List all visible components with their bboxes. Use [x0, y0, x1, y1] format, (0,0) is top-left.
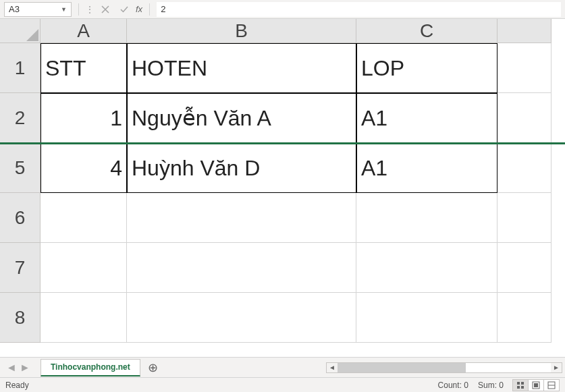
row-header[interactable]: 8 [0, 293, 41, 343]
view-switcher [513, 379, 560, 391]
cell[interactable] [497, 243, 551, 293]
cell[interactable] [497, 193, 551, 243]
cell[interactable]: LOP [356, 43, 497, 93]
divider [78, 3, 79, 16]
status-count: Count: 0 [438, 381, 468, 390]
spreadsheet-grid: ABC 125678 STTHOTENLOP1Nguyễn Văn AA14Hu… [0, 19, 565, 357]
column-header[interactable]: C [356, 19, 497, 43]
cell[interactable] [497, 43, 551, 93]
cells-area[interactable]: STTHOTENLOP1Nguyễn Văn AA14Huỳnh Văn DA1 [41, 43, 551, 343]
row-header[interactable]: 5 [0, 143, 41, 193]
cell[interactable] [356, 193, 497, 243]
column-header[interactable]: A [41, 19, 127, 43]
plus-icon: ⊕ [148, 360, 158, 375]
horizontal-scrollbar[interactable]: ◄ ► [326, 362, 562, 373]
cell[interactable] [127, 293, 356, 343]
scroll-left-button[interactable]: ◄ [327, 363, 338, 372]
fx-label[interactable]: fx [136, 4, 142, 14]
cell[interactable] [127, 193, 356, 243]
row-header[interactable]: 2 [0, 93, 41, 143]
name-box[interactable]: A3 ▼ [4, 2, 72, 17]
name-box-value: A3 [9, 4, 20, 14]
cell[interactable]: Huỳnh Văn D [127, 143, 356, 193]
hidden-rows-indicator[interactable] [0, 142, 565, 144]
tab-nav: ◄ ► [0, 362, 36, 374]
svg-rect-3 [521, 386, 524, 389]
cell[interactable]: 1 [41, 93, 127, 143]
cell[interactable] [41, 193, 127, 243]
break-icon [547, 381, 556, 389]
cancel-formula-button[interactable] [98, 2, 113, 17]
cell[interactable]: HOTEN [127, 43, 356, 93]
accept-formula-button[interactable] [117, 2, 132, 17]
cell[interactable]: A1 [356, 93, 497, 143]
cell[interactable] [41, 293, 127, 343]
hscroll-area: ◄ ► [162, 362, 565, 373]
column-header[interactable] [497, 19, 551, 43]
normal-view-button[interactable] [512, 379, 529, 391]
column-header[interactable]: B [127, 19, 356, 43]
scroll-track[interactable] [338, 363, 551, 372]
row-header[interactable]: 1 [0, 43, 41, 93]
grid-icon [516, 381, 524, 389]
tab-next-button[interactable]: ► [19, 362, 31, 374]
chevron-down-icon[interactable]: ▼ [61, 6, 67, 13]
svg-rect-2 [517, 386, 520, 389]
sheet-tab-bar: ◄ ► Tinhocvanphong.net ⊕ ◄ ► [0, 357, 565, 377]
svg-rect-5 [534, 383, 538, 387]
cell[interactable]: 4 [41, 143, 127, 193]
row-header[interactable]: 7 [0, 243, 41, 293]
svg-rect-1 [521, 382, 524, 385]
svg-rect-0 [517, 382, 520, 385]
sheet-tab-label: Tinhocvanphong.net [51, 362, 130, 372]
row-headers: 125678 [0, 43, 41, 343]
scroll-thumb[interactable] [338, 363, 466, 372]
check-icon [120, 5, 128, 13]
status-sum: Sum: 0 [478, 381, 504, 390]
scroll-right-button[interactable]: ► [551, 363, 562, 372]
divider [149, 3, 150, 16]
cell[interactable] [497, 93, 551, 143]
cell[interactable]: Nguyễn Văn A [127, 93, 356, 143]
formula-input[interactable]: 2 [157, 2, 561, 17]
status-ready: Ready [5, 381, 29, 390]
sheet-tab-active[interactable]: Tinhocvanphong.net [41, 359, 140, 376]
select-all-corner[interactable] [0, 19, 41, 43]
formula-bar: A3 ▼ ⋮ fx 2 [0, 0, 565, 19]
cell[interactable] [41, 243, 127, 293]
drag-handle-icon[interactable]: ⋮ [86, 5, 94, 14]
status-bar: Ready Count: 0 Sum: 0 [0, 377, 565, 392]
cell[interactable]: A1 [356, 143, 497, 193]
triangle-icon [26, 29, 38, 41]
row-header[interactable]: 6 [0, 193, 41, 243]
cell[interactable] [497, 293, 551, 343]
add-sheet-button[interactable]: ⊕ [144, 359, 162, 376]
page-layout-view-button[interactable] [528, 379, 544, 391]
status-right: Count: 0 Sum: 0 [438, 379, 560, 391]
cell[interactable]: STT [41, 43, 127, 93]
cell[interactable] [356, 293, 497, 343]
x-icon [101, 5, 109, 13]
page-break-view-button[interactable] [543, 379, 560, 391]
page-icon [532, 381, 540, 389]
cell[interactable] [127, 243, 356, 293]
formula-value: 2 [161, 4, 165, 14]
cell[interactable] [356, 243, 497, 293]
cell[interactable] [497, 143, 551, 193]
column-headers: ABC [41, 19, 551, 43]
tab-prev-button[interactable]: ◄ [5, 362, 18, 374]
